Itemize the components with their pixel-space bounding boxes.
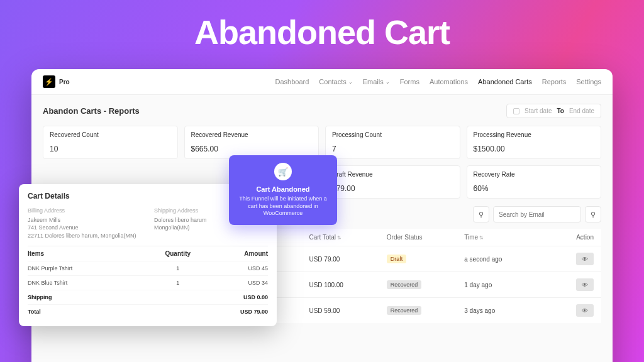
stat-label: Draft Revenue [332,171,453,178]
cart-icon: 🛒 [274,163,292,180]
nav-automations[interactable]: Automations [430,78,468,85]
stat-processing-revenue: Processing Revenue$1500.00 [467,126,602,159]
calendar-icon [513,108,519,114]
shipping-row: Shipping USD 0.00 [28,290,268,304]
nav-abandoned-carts[interactable]: Abandoned Carts [478,78,532,85]
cell-time: a second ago [464,256,541,263]
nav-emails[interactable]: Emails⌄ [363,78,390,85]
page-title: Abandon Carts - Reports [43,106,140,116]
filter-button[interactable]: ⚲ [473,206,489,222]
search-button[interactable]: ⚲ [585,206,601,222]
status-badge: Draft [387,255,407,263]
col-amount: Amount [208,250,269,257]
hero-title: Abandoned Cart [0,0,644,52]
cell-time: 1 day ago [464,282,541,288]
addr-line: 22711 Dolores libero harum, Mongolia(MN) [28,232,142,240]
item-amount: USD 34 [208,280,269,286]
item-amount: USD 45 [208,265,269,272]
sort-icon: ⇅ [337,235,341,241]
status-badge: Recovered [387,280,422,289]
stat-label: Processing Revenue [474,131,595,138]
col-order-status: Order Status [387,234,464,241]
stat-value: 7 [332,145,453,153]
billing-address: Billing Address Jakeem Mills 741 Second … [28,207,142,239]
view-button[interactable]: 👁 [576,304,594,317]
stat-label: Processing Count [332,131,453,138]
stat-label: Recovery Rate [474,171,595,178]
stat-value: 10 [50,145,171,153]
tooltip-title: Cart Abandoned [236,185,330,193]
tooltip-desc: This Funnel will be initiated when a car… [236,195,330,217]
item-qty: 1 [148,280,208,286]
col-cart-total[interactable]: Cart Total⇅ [309,234,386,241]
shipping-label: Shipping [28,294,148,300]
col-label: Cart Total [309,234,336,241]
nav-label: Emails [363,78,384,85]
stat-recovery-rate: Recovery Rate60% [467,165,602,199]
shipping-amount: USD 0.00 [208,294,269,300]
addr-line: 741 Second Avenue [28,224,142,232]
item-qty: 1 [148,265,208,272]
items-row: DNK Purple Tshirt 1 USD 45 [28,261,268,275]
total-label: Total [28,309,148,315]
nav-label: Contacts [319,78,346,85]
cart-abandoned-tooltip: 🛒 Cart Abandoned This Funnel will be ini… [229,155,337,225]
col-time[interactable]: Time⇅ [464,234,541,241]
status-badge: Recovered [387,306,422,315]
date-range-picker[interactable]: Start date To End date [506,104,601,118]
page-header: Abandon Carts - Reports Start date To En… [43,104,601,118]
end-date-placeholder: End date [569,107,594,114]
col-action: Action [542,234,594,241]
start-date-placeholder: Start date [525,107,552,114]
chevron-down-icon: ⌄ [386,79,390,85]
nav-forms[interactable]: Forms [400,78,419,85]
cell-total: USD 79.00 [309,256,386,263]
stat-recovered-count: Recovered Count10 [43,126,178,159]
nav-settings[interactable]: Settings [576,78,601,85]
chevron-down-icon: ⌄ [348,79,353,85]
sort-icon: ⇅ [479,235,484,241]
col-label: Time [464,234,478,241]
cell-time: 3 days ago [464,307,541,314]
total-row: Total USD 79.00 [28,304,268,319]
stat-recovered-revenue: Recovered Revenue$665.00 [184,126,319,159]
cell-total: USD 100.00 [309,282,386,288]
stat-value: $79.00 [332,184,453,193]
total-amount: USD 79.00 [208,309,269,315]
stat-label: Recovered Count [50,131,171,138]
nav-reports[interactable]: Reports [542,78,567,85]
stat-value: $1500.00 [474,145,595,153]
col-items: Items [28,250,148,257]
date-to-label: To [557,107,564,114]
stat-draft-revenue: Draft Revenue$79.00 [325,165,460,199]
logo-icon: ⚡ [43,75,55,88]
app-header: ⚡ Pro Dashboard Contacts⌄ Emails⌄ Forms … [31,69,613,95]
billing-label: Billing Address [28,207,142,215]
stat-label: Recovered Revenue [191,131,313,138]
search-input[interactable] [493,206,581,222]
addr-line: Mongolia(MN) [154,224,268,232]
nav-contacts[interactable]: Contacts⌄ [319,78,352,85]
logo-text: Pro [59,79,70,85]
stat-value: $665.00 [191,145,313,153]
items-table: Items Quantity Amount DNK Purple Tshirt … [28,246,268,319]
view-button[interactable]: 👁 [576,253,594,265]
view-button[interactable]: 👁 [576,278,594,291]
stats-row-1: Recovered Count10 Recovered Revenue$665.… [43,126,601,159]
nav-dashboard[interactable]: Dashboard [275,78,309,85]
addr-line: Jakeem Mills [28,216,142,224]
col-qty: Quantity [148,250,208,257]
main-nav: Dashboard Contacts⌄ Emails⌄ Forms Automa… [275,78,602,85]
items-row: DNK Blue Tshirt 1 USD 34 [28,275,268,290]
stat-value: 60% [474,184,595,193]
item-name: DNK Blue Tshirt [28,280,148,286]
items-header: Items Quantity Amount [28,246,268,261]
stat-processing-count: Processing Count7 [325,126,460,159]
item-name: DNK Purple Tshirt [28,265,148,272]
cell-total: USD 59.00 [309,307,386,314]
